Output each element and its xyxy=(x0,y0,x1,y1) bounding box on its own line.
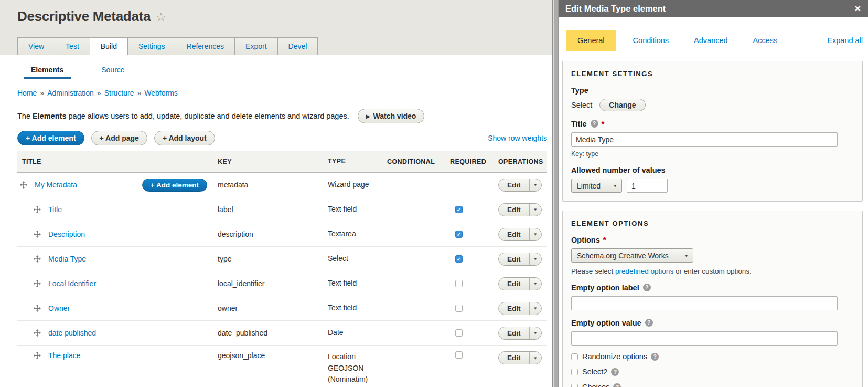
breadcrumb-administration[interactable]: Administration xyxy=(47,89,94,97)
choices-checkbox[interactable] xyxy=(571,384,578,387)
tab-export[interactable]: Export xyxy=(234,37,277,55)
edit-button[interactable]: Edit xyxy=(499,327,529,339)
required-checkbox-checked[interactable]: ✓ xyxy=(455,206,463,213)
edit-dropdown-icon[interactable]: ▾ xyxy=(529,278,542,290)
select2-checkbox[interactable] xyxy=(571,369,578,375)
element-link[interactable]: Owner xyxy=(48,304,70,312)
required-checkbox-unchecked[interactable] xyxy=(455,305,463,312)
table-row: The place geojson_place Location GEOJSON… xyxy=(17,346,547,387)
edit-dropdown-icon[interactable]: ▾ xyxy=(529,228,542,240)
drag-handle-icon[interactable] xyxy=(34,305,41,312)
drag-handle-icon[interactable] xyxy=(34,352,41,359)
edit-button[interactable]: Edit xyxy=(499,253,529,265)
dialog-tab-conditions[interactable]: Conditions xyxy=(633,30,669,51)
help-icon[interactable]: ? xyxy=(651,353,659,361)
drag-handle-icon[interactable] xyxy=(34,329,41,337)
tab-references[interactable]: References xyxy=(176,37,235,55)
subtab-source[interactable]: Source xyxy=(94,61,132,79)
edit-dropdown-icon[interactable]: ▾ xyxy=(529,327,542,339)
edit-button[interactable]: Edit xyxy=(499,228,529,240)
dialog-tab-general[interactable]: General xyxy=(566,30,616,51)
title-input[interactable] xyxy=(571,132,838,147)
breadcrumb-separator: » xyxy=(97,89,101,97)
options-select[interactable]: Schema.org Creative Works▾ xyxy=(571,248,693,263)
close-icon[interactable]: ✕ xyxy=(854,4,861,14)
empty-option-label-input[interactable] xyxy=(571,296,838,310)
drag-handle-icon[interactable] xyxy=(34,280,41,287)
edit-split-button[interactable]: Edit▾ xyxy=(498,203,542,216)
edit-split-button[interactable]: Edit▾ xyxy=(498,179,542,192)
drag-handle-icon[interactable] xyxy=(20,181,27,189)
edit-dropdown-icon[interactable]: ▾ xyxy=(529,179,542,191)
edit-dropdown-icon[interactable]: ▾ xyxy=(529,253,542,265)
tab-settings[interactable]: Settings xyxy=(127,37,176,55)
edit-button[interactable]: Edit xyxy=(499,179,529,191)
element-type: Textarea xyxy=(328,228,387,240)
edit-button[interactable]: Edit xyxy=(499,302,529,315)
help-icon[interactable]: ? xyxy=(645,319,653,327)
breadcrumb-home[interactable]: Home xyxy=(17,89,37,97)
drag-handle-icon[interactable] xyxy=(34,255,41,263)
empty-option-value-input[interactable] xyxy=(571,331,838,346)
panel-resize-handle[interactable] xyxy=(552,0,559,387)
edit-button[interactable]: Edit xyxy=(499,352,529,364)
element-key: owner xyxy=(218,304,328,312)
options-help-text: Please select predefined options or ente… xyxy=(571,267,854,275)
element-link[interactable]: My Metadata xyxy=(35,181,77,189)
column-header-conditional: CONDITIONAL xyxy=(387,158,450,165)
breadcrumb-structure[interactable]: Structure xyxy=(104,89,134,97)
edit-split-button[interactable]: Edit▾ xyxy=(498,351,542,364)
edit-button[interactable]: Edit xyxy=(499,204,529,216)
tab-build[interactable]: Build xyxy=(90,37,128,55)
edit-split-button[interactable]: Edit▾ xyxy=(498,277,542,290)
add-page-button[interactable]: + Add page xyxy=(91,131,147,145)
allowed-values-select[interactable]: Limited▾ xyxy=(571,179,622,193)
edit-dropdown-icon[interactable]: ▾ xyxy=(529,204,542,216)
randomize-options-checkbox[interactable] xyxy=(571,353,578,360)
show-row-weights-link[interactable]: Show row weights xyxy=(488,134,547,142)
required-checkbox-checked[interactable]: ✓ xyxy=(455,255,463,263)
expand-all-link[interactable]: Expand all xyxy=(827,30,863,51)
favorite-star-icon[interactable]: ☆ xyxy=(156,11,166,24)
edit-split-button[interactable]: Edit▾ xyxy=(498,327,542,340)
tab-view[interactable]: View xyxy=(17,37,55,55)
required-checkbox-checked[interactable]: ✓ xyxy=(455,231,463,238)
element-link[interactable]: date published xyxy=(48,329,96,337)
watch-video-button[interactable]: ▶ Watch video xyxy=(358,109,425,123)
element-link[interactable]: Media Type xyxy=(48,255,86,263)
element-type: Text field xyxy=(328,302,387,314)
element-link[interactable]: Local Identifier xyxy=(48,279,96,288)
change-type-button[interactable]: Change xyxy=(599,99,645,111)
element-link[interactable]: The place xyxy=(48,351,80,360)
element-link[interactable]: Title xyxy=(48,205,62,214)
edit-split-button[interactable]: Edit▾ xyxy=(498,228,542,241)
dialog-tab-advanced[interactable]: Advanced xyxy=(694,30,728,51)
predefined-options-link[interactable]: predefined options xyxy=(615,267,673,275)
element-link[interactable]: Description xyxy=(48,230,85,238)
subtab-elements[interactable]: Elements xyxy=(24,61,71,79)
tab-devel[interactable]: Devel xyxy=(277,37,318,55)
add-layout-button[interactable]: + Add layout xyxy=(154,131,215,145)
edit-dropdown-icon[interactable]: ▾ xyxy=(529,302,542,315)
help-icon[interactable]: ? xyxy=(613,383,621,387)
drag-handle-icon[interactable] xyxy=(34,231,41,238)
page-description: The Elements page allows users to add, u… xyxy=(17,109,547,123)
required-checkbox-unchecked[interactable] xyxy=(455,351,463,359)
allowed-values-count-input[interactable] xyxy=(627,179,668,193)
edit-split-button[interactable]: Edit▾ xyxy=(498,302,542,315)
edit-button[interactable]: Edit xyxy=(499,278,529,290)
required-checkbox-unchecked[interactable] xyxy=(455,329,463,337)
add-element-button[interactable]: + Add element xyxy=(17,131,84,145)
dialog-tab-access[interactable]: Access xyxy=(753,30,778,51)
required-checkbox-unchecked[interactable] xyxy=(455,280,463,287)
help-icon[interactable]: ? xyxy=(611,368,619,376)
help-icon[interactable]: ? xyxy=(591,120,598,128)
element-settings-fieldset: ELEMENT SETTINGS Type Select Change Titl… xyxy=(562,61,863,202)
help-icon[interactable]: ? xyxy=(643,284,651,291)
breadcrumb-webforms[interactable]: Webforms xyxy=(144,89,178,97)
drag-handle-icon[interactable] xyxy=(34,206,41,213)
row-add-element-button[interactable]: + Add element xyxy=(142,179,207,192)
edit-dropdown-icon[interactable]: ▾ xyxy=(529,352,542,364)
tab-test[interactable]: Test xyxy=(55,37,90,55)
edit-split-button[interactable]: Edit▾ xyxy=(498,253,542,266)
